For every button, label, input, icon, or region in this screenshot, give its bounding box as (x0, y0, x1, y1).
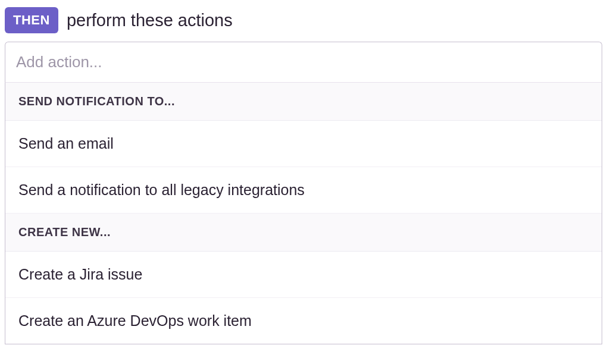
option-send-legacy-integrations[interactable]: Send a notification to all legacy integr… (5, 167, 602, 214)
action-input[interactable] (5, 42, 602, 82)
then-badge: THEN (5, 7, 58, 33)
group-header-send-notification: SEND NOTIFICATION TO... (5, 83, 602, 121)
action-input-container (5, 42, 602, 82)
actions-header: THEN perform these actions (0, 0, 607, 42)
option-create-jira-issue[interactable]: Create a Jira issue (5, 252, 602, 298)
option-create-azure-devops[interactable]: Create an Azure DevOps work item (5, 298, 602, 344)
group-header-create-new: CREATE NEW... (5, 214, 602, 252)
option-send-email[interactable]: Send an email (5, 121, 602, 167)
actions-header-title: perform these actions (67, 11, 233, 30)
action-dropdown: SEND NOTIFICATION TO... Send an email Se… (5, 82, 602, 344)
